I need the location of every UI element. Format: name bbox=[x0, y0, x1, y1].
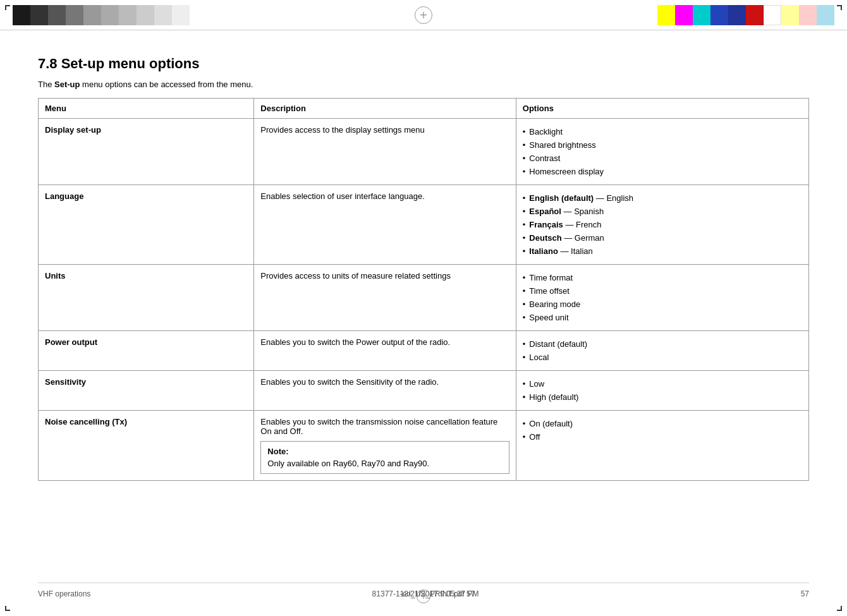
option-text: Contrast bbox=[529, 154, 560, 163]
option-text: Deutsch — German bbox=[529, 233, 604, 243]
description-text: Enables selection of user interface lang… bbox=[260, 191, 424, 201]
corner-mark-bl bbox=[5, 606, 10, 611]
list-item: English (default) — English bbox=[523, 191, 802, 205]
list-item: Bearing mode bbox=[523, 298, 802, 311]
option-text: Español — Spanish bbox=[529, 207, 604, 216]
options-list: Backlight Shared brightness Contrast Hom… bbox=[523, 125, 802, 178]
list-item: Speed unit bbox=[523, 311, 802, 324]
table-header-row: Menu Description Options bbox=[39, 99, 809, 119]
description-text: Enables you to switch the Sensitivity of… bbox=[260, 377, 439, 387]
menu-cell: Sensitivity bbox=[39, 371, 254, 411]
list-item: Español — Spanish bbox=[523, 205, 802, 218]
options-cell: Low High (default) bbox=[516, 371, 808, 411]
color-block bbox=[746, 5, 764, 25]
option-text: English (default) — English bbox=[529, 193, 633, 203]
color-block bbox=[799, 5, 817, 25]
description-text: Provides access to units of measure rela… bbox=[260, 271, 451, 281]
description-cell: Enables you to switch the transmission n… bbox=[254, 411, 516, 481]
option-text: High (default) bbox=[529, 392, 578, 402]
menu-cell: Display set-up bbox=[39, 119, 254, 185]
list-item: Italiano — Italian bbox=[523, 245, 802, 258]
color-block bbox=[30, 5, 48, 25]
note-box: Note: Only available on Ray60, Ray70 and… bbox=[260, 441, 509, 474]
option-text: Time format bbox=[529, 273, 573, 282]
description-cell: Enables selection of user interface lang… bbox=[254, 185, 516, 265]
col-header-options: Options bbox=[516, 99, 808, 119]
description-cell: Provides access to the display settings … bbox=[254, 119, 516, 185]
list-item: Time format bbox=[523, 271, 802, 284]
option-text: Français — French bbox=[529, 220, 601, 229]
main-content: 7.8 Set-up menu options The Set-up menu … bbox=[0, 30, 847, 506]
list-item: Off bbox=[523, 430, 802, 444]
option-text: On (default) bbox=[529, 419, 573, 428]
options-list: English (default) — English Español — Sp… bbox=[523, 191, 802, 258]
col-header-menu: Menu bbox=[39, 99, 254, 119]
description-text: Provides access to the display settings … bbox=[260, 125, 424, 135]
table-row: Power output Enables you to switch the P… bbox=[39, 331, 809, 371]
color-block bbox=[728, 5, 746, 25]
list-item: Shared brightness bbox=[523, 138, 802, 152]
options-table: Menu Description Options Display set-up … bbox=[38, 98, 809, 481]
options-cell: On (default) Off bbox=[516, 411, 808, 481]
table-row: Noise cancelling (Tx) Enables you to swi… bbox=[39, 411, 809, 481]
page-top-bar bbox=[0, 0, 847, 30]
menu-label: Units bbox=[45, 271, 66, 281]
corner-mark-tl bbox=[5, 5, 10, 10]
color-block bbox=[817, 5, 834, 25]
corner-mark-tr bbox=[837, 5, 842, 10]
color-block bbox=[154, 5, 172, 25]
option-text: Homescreen display bbox=[529, 167, 604, 176]
menu-cell: Units bbox=[39, 265, 254, 331]
intro-bold: Set-up bbox=[54, 80, 80, 89]
corner-mark-br bbox=[837, 606, 842, 611]
menu-label: Noise cancelling (Tx) bbox=[45, 417, 127, 426]
note-text: Only available on Ray60, Ray70 and Ray90… bbox=[267, 459, 502, 468]
color-block bbox=[675, 5, 693, 25]
color-block bbox=[137, 5, 154, 25]
options-cell: English (default) — English Español — Sp… bbox=[516, 185, 808, 265]
table-row: Sensitivity Enables you to switch the Se… bbox=[39, 371, 809, 411]
page-number: 57 bbox=[801, 589, 809, 598]
options-list: Time format Time offset Bearing mode Spe… bbox=[523, 271, 802, 324]
description-text: Enables you to switch the transmission n… bbox=[260, 417, 497, 436]
description-text: Enables you to switch the Power output o… bbox=[260, 337, 450, 347]
list-item: High (default) bbox=[523, 390, 802, 404]
intro-paragraph: The Set-up menu options can be accessed … bbox=[38, 80, 809, 89]
color-block bbox=[710, 5, 728, 25]
menu-label: Power output bbox=[45, 337, 97, 347]
list-item: Local bbox=[523, 351, 802, 364]
option-text: Italiano — Italian bbox=[529, 246, 592, 256]
col-header-description: Description bbox=[254, 99, 516, 119]
options-list: Low High (default) bbox=[523, 377, 802, 404]
list-item: Contrast bbox=[523, 152, 802, 165]
options-list: On (default) Off bbox=[523, 417, 802, 444]
menu-label: Sensitivity bbox=[45, 377, 86, 387]
note-label: Note: bbox=[267, 447, 502, 456]
list-item: Time offset bbox=[523, 284, 802, 298]
color-strip-left bbox=[13, 5, 190, 25]
option-text: Low bbox=[529, 379, 544, 389]
color-block bbox=[657, 5, 675, 25]
table-row: Units Provides access to units of measur… bbox=[39, 265, 809, 331]
options-cell: Backlight Shared brightness Contrast Hom… bbox=[516, 119, 808, 185]
list-item: Deutsch — German bbox=[523, 231, 802, 245]
description-cell: Provides access to units of measure rela… bbox=[254, 265, 516, 331]
table-row: Language Enables selection of user inter… bbox=[39, 185, 809, 265]
options-list: Distant (default) Local bbox=[523, 337, 802, 364]
option-text: Backlight bbox=[529, 127, 563, 136]
color-block bbox=[83, 5, 101, 25]
menu-cell: Noise cancelling (Tx) bbox=[39, 411, 254, 481]
color-block bbox=[119, 5, 137, 25]
list-item: Français — French bbox=[523, 218, 802, 231]
option-text: Distant (default) bbox=[529, 339, 587, 349]
page-footer: VHF operations 81377-1-en_US_PRINT.pdf 5… bbox=[38, 583, 809, 598]
color-block bbox=[764, 5, 781, 25]
options-cell: Distant (default) Local bbox=[516, 331, 808, 371]
list-item: Low bbox=[523, 377, 802, 390]
color-block bbox=[66, 5, 83, 25]
list-item: On (default) bbox=[523, 417, 802, 430]
color-strip-right bbox=[657, 5, 834, 25]
page-title: 7.8 Set-up menu options bbox=[38, 56, 809, 72]
option-text: Off bbox=[529, 432, 540, 442]
footer-left-text: VHF operations bbox=[38, 589, 90, 598]
